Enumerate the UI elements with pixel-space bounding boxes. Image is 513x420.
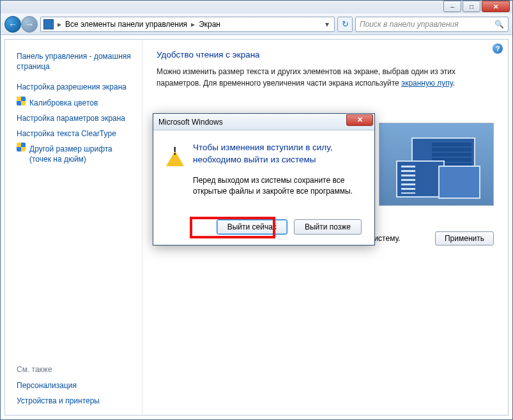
logoff-dialog: Microsoft Windows ✕ Чтобы изменения всту…	[153, 113, 375, 245]
breadcrumb-separator: ▸	[191, 20, 195, 29]
back-button[interactable]: ←	[4, 16, 21, 33]
dialog-close-button[interactable]: ✕	[346, 114, 373, 126]
maximize-button[interactable]: □	[463, 1, 480, 12]
magnifier-link[interactable]: экранную лупу	[401, 79, 453, 88]
display-preview	[379, 123, 494, 206]
logoff-later-button[interactable]: Выйти позже	[294, 219, 362, 235]
sidebar: Панель управления - домашняя страница На…	[5, 40, 142, 415]
page-intro: Можно изменить размер текста и других эл…	[157, 66, 494, 89]
dialog-titlebar: Microsoft Windows ✕	[153, 114, 374, 130]
page-title: Удобство чтения с экрана	[157, 50, 494, 59]
breadcrumb[interactable]: ▸ Все элементы панели управления ▸ Экран…	[40, 17, 335, 32]
sidebar-item-display-settings[interactable]: Настройка параметров экрана	[17, 111, 133, 126]
explorer-window: – □ ✕ ← → ▸ Все элементы панели управлен…	[0, 0, 513, 420]
address-bar: ← → ▸ Все элементы панели управления ▸ Э…	[1, 13, 512, 35]
dialog-button-row: Выйти сейчас Выйти позже	[166, 219, 362, 235]
intro-text-2: .	[453, 79, 455, 88]
address-dropdown-icon[interactable]: ▾	[323, 20, 332, 29]
refresh-button[interactable]: ↻	[337, 17, 353, 32]
close-button[interactable]: ✕	[482, 1, 510, 12]
minimize-button[interactable]: –	[443, 1, 461, 12]
dialog-heading: Чтобы изменения вступили в силу, необход…	[193, 142, 362, 166]
sidebar-item-dpi[interactable]: Другой размер шрифта (точек на дюйм)	[29, 141, 133, 167]
sidebar-item-cleartype[interactable]: Настройка текста ClearType	[17, 126, 133, 141]
search-input[interactable]: Поиск в панели управления 🔍	[355, 17, 509, 32]
logoff-now-button[interactable]: Выйти сейчас	[217, 219, 287, 235]
dialog-body: Чтобы изменения вступили в силу, необход…	[153, 130, 374, 245]
search-placeholder: Поиск в панели управления	[360, 20, 459, 29]
forward-button[interactable]: →	[21, 16, 38, 33]
control-panel-icon	[43, 19, 54, 29]
dialog-text: Перед выходом из системы сохраните все о…	[193, 175, 362, 198]
warning-icon	[166, 142, 184, 151]
sidebar-item-color-calibration[interactable]: Калибровка цветов	[29, 95, 98, 111]
apply-button[interactable]: Применить	[435, 231, 494, 245]
nav-arrows: ← →	[4, 16, 38, 33]
search-icon: 🔍	[494, 20, 504, 29]
breadcrumb-level2[interactable]: Экран	[199, 20, 220, 29]
see-also-devices-printers[interactable]: Устройства и принтеры	[17, 393, 133, 408]
window-titlebar: – □ ✕	[1, 1, 512, 13]
shield-icon	[17, 97, 26, 105]
sidebar-home-link[interactable]: Панель управления - домашняя страница	[17, 49, 133, 74]
sidebar-item-resolution[interactable]: Настройка разрешения экрана	[17, 79, 133, 95]
preview-window-icon	[396, 160, 445, 198]
see-also-personalization[interactable]: Персонализация	[17, 378, 133, 393]
shield-icon	[17, 143, 26, 152]
breadcrumb-level1[interactable]: Все элементы панели управления	[65, 20, 187, 29]
breadcrumb-separator: ▸	[57, 20, 61, 29]
see-also-label: См. также	[17, 365, 133, 378]
preview-window-icon	[438, 166, 480, 199]
dialog-title: Microsoft Windows	[158, 118, 223, 127]
